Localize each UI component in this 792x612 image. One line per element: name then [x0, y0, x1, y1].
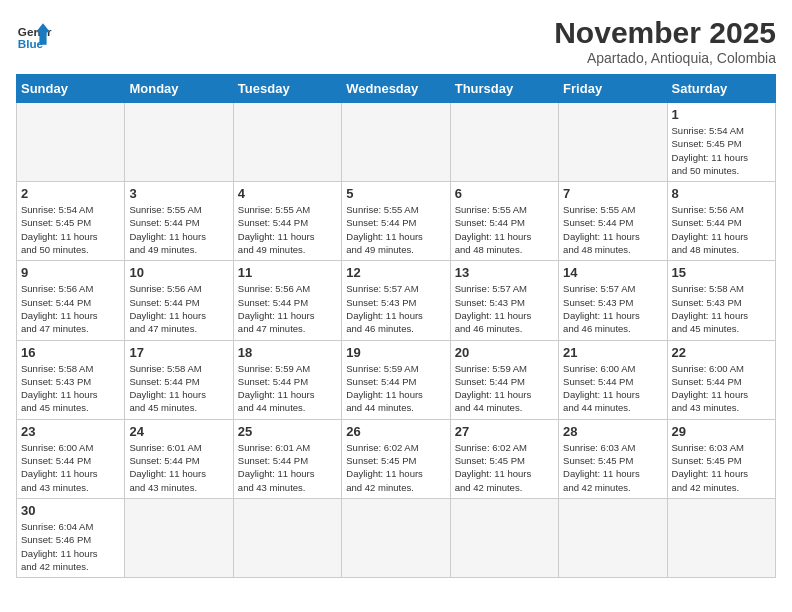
day-number: 19: [346, 345, 445, 360]
day-number: 1: [672, 107, 771, 122]
day-info: Sunrise: 5:56 AM Sunset: 5:44 PM Dayligh…: [129, 282, 228, 335]
day-cell: 22Sunrise: 6:00 AM Sunset: 5:44 PM Dayli…: [667, 340, 775, 419]
week-row-1: 2Sunrise: 5:54 AM Sunset: 5:45 PM Daylig…: [17, 182, 776, 261]
logo-icon: General Blue: [16, 16, 52, 52]
weekday-header-monday: Monday: [125, 75, 233, 103]
day-info: Sunrise: 5:59 AM Sunset: 5:44 PM Dayligh…: [238, 362, 337, 415]
day-info: Sunrise: 5:58 AM Sunset: 5:43 PM Dayligh…: [672, 282, 771, 335]
day-number: 8: [672, 186, 771, 201]
day-number: 9: [21, 265, 120, 280]
logo: General Blue: [16, 16, 52, 52]
day-number: 11: [238, 265, 337, 280]
day-info: Sunrise: 5:59 AM Sunset: 5:44 PM Dayligh…: [346, 362, 445, 415]
day-cell: 17Sunrise: 5:58 AM Sunset: 5:44 PM Dayli…: [125, 340, 233, 419]
day-cell: 15Sunrise: 5:58 AM Sunset: 5:43 PM Dayli…: [667, 261, 775, 340]
header: General Blue November 2025 Apartado, Ant…: [16, 16, 776, 66]
day-number: 15: [672, 265, 771, 280]
day-info: Sunrise: 6:01 AM Sunset: 5:44 PM Dayligh…: [238, 441, 337, 494]
day-number: 12: [346, 265, 445, 280]
location: Apartado, Antioquia, Colombia: [554, 50, 776, 66]
day-number: 28: [563, 424, 662, 439]
day-cell: 21Sunrise: 6:00 AM Sunset: 5:44 PM Dayli…: [559, 340, 667, 419]
day-info: Sunrise: 5:57 AM Sunset: 5:43 PM Dayligh…: [455, 282, 554, 335]
day-cell: 23Sunrise: 6:00 AM Sunset: 5:44 PM Dayli…: [17, 419, 125, 498]
day-info: Sunrise: 6:00 AM Sunset: 5:44 PM Dayligh…: [672, 362, 771, 415]
weekday-header-wednesday: Wednesday: [342, 75, 450, 103]
weekday-header-saturday: Saturday: [667, 75, 775, 103]
day-cell: 11Sunrise: 5:56 AM Sunset: 5:44 PM Dayli…: [233, 261, 341, 340]
day-number: 21: [563, 345, 662, 360]
weekday-header-thursday: Thursday: [450, 75, 558, 103]
day-cell: [125, 103, 233, 182]
day-info: Sunrise: 5:54 AM Sunset: 5:45 PM Dayligh…: [672, 124, 771, 177]
day-cell: [667, 498, 775, 577]
day-info: Sunrise: 6:02 AM Sunset: 5:45 PM Dayligh…: [455, 441, 554, 494]
day-number: 18: [238, 345, 337, 360]
day-cell: [450, 498, 558, 577]
day-cell: [17, 103, 125, 182]
day-info: Sunrise: 6:02 AM Sunset: 5:45 PM Dayligh…: [346, 441, 445, 494]
day-number: 14: [563, 265, 662, 280]
day-info: Sunrise: 5:57 AM Sunset: 5:43 PM Dayligh…: [563, 282, 662, 335]
day-number: 10: [129, 265, 228, 280]
day-cell: 2Sunrise: 5:54 AM Sunset: 5:45 PM Daylig…: [17, 182, 125, 261]
day-cell: 18Sunrise: 5:59 AM Sunset: 5:44 PM Dayli…: [233, 340, 341, 419]
day-number: 26: [346, 424, 445, 439]
day-cell: [342, 103, 450, 182]
day-cell: [233, 103, 341, 182]
day-cell: [450, 103, 558, 182]
day-cell: 14Sunrise: 5:57 AM Sunset: 5:43 PM Dayli…: [559, 261, 667, 340]
day-info: Sunrise: 5:54 AM Sunset: 5:45 PM Dayligh…: [21, 203, 120, 256]
day-cell: 3Sunrise: 5:55 AM Sunset: 5:44 PM Daylig…: [125, 182, 233, 261]
day-cell: [233, 498, 341, 577]
day-cell: [342, 498, 450, 577]
day-info: Sunrise: 5:55 AM Sunset: 5:44 PM Dayligh…: [238, 203, 337, 256]
day-number: 13: [455, 265, 554, 280]
day-number: 30: [21, 503, 120, 518]
day-cell: 5Sunrise: 5:55 AM Sunset: 5:44 PM Daylig…: [342, 182, 450, 261]
day-cell: 10Sunrise: 5:56 AM Sunset: 5:44 PM Dayli…: [125, 261, 233, 340]
day-info: Sunrise: 6:04 AM Sunset: 5:46 PM Dayligh…: [21, 520, 120, 573]
day-info: Sunrise: 6:03 AM Sunset: 5:45 PM Dayligh…: [672, 441, 771, 494]
day-info: Sunrise: 5:56 AM Sunset: 5:44 PM Dayligh…: [238, 282, 337, 335]
day-cell: 30Sunrise: 6:04 AM Sunset: 5:46 PM Dayli…: [17, 498, 125, 577]
day-info: Sunrise: 5:58 AM Sunset: 5:44 PM Dayligh…: [129, 362, 228, 415]
day-number: 25: [238, 424, 337, 439]
day-number: 16: [21, 345, 120, 360]
day-cell: 8Sunrise: 5:56 AM Sunset: 5:44 PM Daylig…: [667, 182, 775, 261]
day-cell: [559, 498, 667, 577]
day-cell: 16Sunrise: 5:58 AM Sunset: 5:43 PM Dayli…: [17, 340, 125, 419]
day-number: 29: [672, 424, 771, 439]
week-row-2: 9Sunrise: 5:56 AM Sunset: 5:44 PM Daylig…: [17, 261, 776, 340]
day-info: Sunrise: 5:55 AM Sunset: 5:44 PM Dayligh…: [455, 203, 554, 256]
day-cell: 13Sunrise: 5:57 AM Sunset: 5:43 PM Dayli…: [450, 261, 558, 340]
day-cell: 12Sunrise: 5:57 AM Sunset: 5:43 PM Dayli…: [342, 261, 450, 340]
calendar: SundayMondayTuesdayWednesdayThursdayFrid…: [16, 74, 776, 578]
day-number: 2: [21, 186, 120, 201]
day-number: 7: [563, 186, 662, 201]
title-area: November 2025 Apartado, Antioquia, Colom…: [554, 16, 776, 66]
day-cell: 20Sunrise: 5:59 AM Sunset: 5:44 PM Dayli…: [450, 340, 558, 419]
day-number: 20: [455, 345, 554, 360]
weekday-header-sunday: Sunday: [17, 75, 125, 103]
day-cell: 27Sunrise: 6:02 AM Sunset: 5:45 PM Dayli…: [450, 419, 558, 498]
day-number: 5: [346, 186, 445, 201]
day-cell: 4Sunrise: 5:55 AM Sunset: 5:44 PM Daylig…: [233, 182, 341, 261]
day-info: Sunrise: 5:55 AM Sunset: 5:44 PM Dayligh…: [563, 203, 662, 256]
day-number: 17: [129, 345, 228, 360]
day-info: Sunrise: 6:00 AM Sunset: 5:44 PM Dayligh…: [21, 441, 120, 494]
week-row-5: 30Sunrise: 6:04 AM Sunset: 5:46 PM Dayli…: [17, 498, 776, 577]
weekday-header-row: SundayMondayTuesdayWednesdayThursdayFrid…: [17, 75, 776, 103]
week-row-0: 1Sunrise: 5:54 AM Sunset: 5:45 PM Daylig…: [17, 103, 776, 182]
day-cell: 9Sunrise: 5:56 AM Sunset: 5:44 PM Daylig…: [17, 261, 125, 340]
day-number: 6: [455, 186, 554, 201]
day-info: Sunrise: 5:59 AM Sunset: 5:44 PM Dayligh…: [455, 362, 554, 415]
day-cell: 29Sunrise: 6:03 AM Sunset: 5:45 PM Dayli…: [667, 419, 775, 498]
day-info: Sunrise: 5:58 AM Sunset: 5:43 PM Dayligh…: [21, 362, 120, 415]
day-cell: 19Sunrise: 5:59 AM Sunset: 5:44 PM Dayli…: [342, 340, 450, 419]
week-row-3: 16Sunrise: 5:58 AM Sunset: 5:43 PM Dayli…: [17, 340, 776, 419]
day-number: 4: [238, 186, 337, 201]
day-info: Sunrise: 5:57 AM Sunset: 5:43 PM Dayligh…: [346, 282, 445, 335]
day-cell: 7Sunrise: 5:55 AM Sunset: 5:44 PM Daylig…: [559, 182, 667, 261]
weekday-header-friday: Friday: [559, 75, 667, 103]
